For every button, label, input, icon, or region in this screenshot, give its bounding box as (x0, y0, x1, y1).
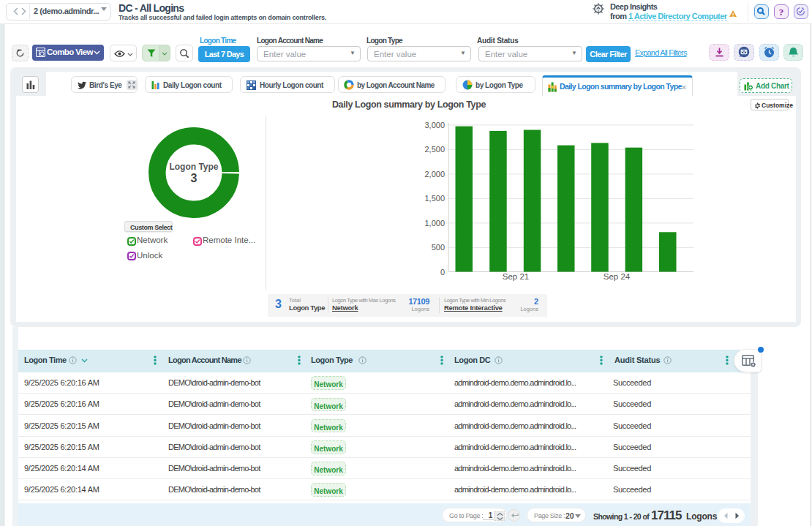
svg-text:1,000: 1,000 (424, 219, 445, 228)
svg-text:2,000: 2,000 (424, 170, 445, 179)
svg-text:2,500: 2,500 (424, 145, 445, 154)
svg-text:3,000: 3,000 (424, 121, 445, 129)
svg-text:Sep 21: Sep 21 (503, 272, 529, 281)
svg-text:1,500: 1,500 (424, 194, 445, 203)
svg-text:500: 500 (432, 243, 445, 252)
svg-text:Sep 24: Sep 24 (604, 272, 631, 281)
svg-text:0: 0 (440, 268, 445, 277)
